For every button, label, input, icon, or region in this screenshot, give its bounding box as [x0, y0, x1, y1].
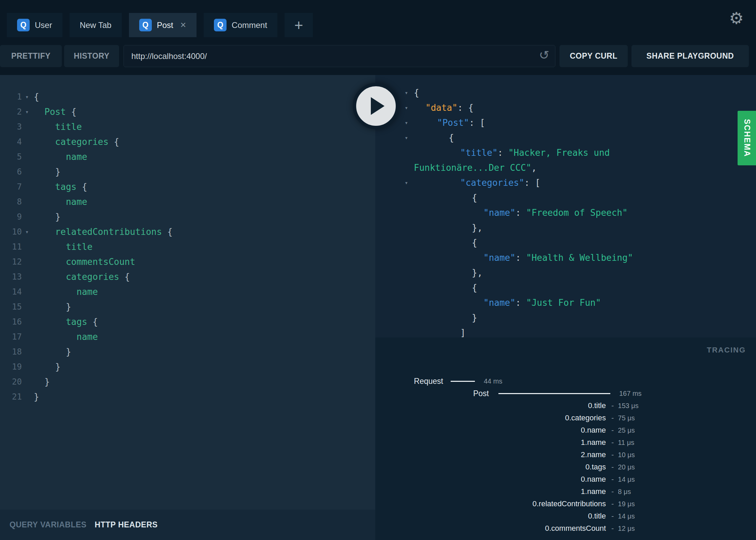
tracing-duration: 14 μs	[618, 476, 635, 483]
editor-line[interactable]: 12 commentsCount	[0, 254, 375, 269]
tab-post[interactable]: QPost✕	[129, 13, 197, 37]
variables-bar: QUERY VARIABLES HTTP HEADERS	[0, 510, 375, 540]
line-number: 18	[0, 344, 22, 359]
tracing-duration: 44 ms	[484, 377, 502, 385]
prettify-button[interactable]: PRETTIFY	[0, 45, 62, 67]
line-number: 2	[0, 104, 22, 119]
editor-line[interactable]: 1▾{	[0, 89, 375, 104]
editor-line[interactable]: 16 tags {	[0, 314, 375, 329]
collapse-arrow-icon[interactable]: ▾	[405, 115, 408, 130]
collapse-arrow-icon[interactable]: ▾	[405, 100, 408, 115]
tracing-label: 1.name	[375, 438, 606, 447]
editor-line[interactable]: 6 }	[0, 164, 375, 179]
editor-line[interactable]: 13 categories {	[0, 269, 375, 284]
response-line: ▾"categories": [	[375, 175, 756, 190]
tracing-row: 1.name-11 μs	[375, 436, 756, 449]
tracing-duration: 11 μs	[618, 439, 634, 447]
tracing-dash: -	[611, 414, 614, 422]
tracing-panel: TRACING Request44 msPost167 ms0.title-15…	[375, 338, 756, 540]
gutter-spacer	[22, 374, 32, 389]
editor-line[interactable]: 7 tags {	[0, 179, 375, 194]
tabs-container: QUserNew TabQPost✕QComment	[7, 13, 285, 37]
response-line: ▾{	[375, 130, 756, 145]
response-line: {	[375, 190, 756, 205]
close-tab-icon[interactable]: ✕	[180, 21, 186, 30]
settings-gear-icon[interactable]: ⚙	[729, 10, 744, 27]
play-icon	[371, 97, 384, 115]
editor-line[interactable]: 5 name	[0, 149, 375, 164]
code-text: }	[32, 344, 71, 359]
editor-line[interactable]: 14 name	[0, 284, 375, 299]
line-number: 6	[0, 164, 22, 179]
tracing-label: 0.categories	[375, 414, 606, 422]
tracing-duration-bar	[451, 381, 475, 382]
query-type-icon: Q	[214, 19, 227, 31]
editor-line[interactable]: 18 }	[0, 344, 375, 359]
code-text: categories {	[32, 269, 130, 284]
history-button[interactable]: HISTORY	[64, 45, 119, 67]
tracing-dash: -	[611, 438, 614, 447]
editor-line[interactable]: 17 name	[0, 329, 375, 344]
tracing-row: 1.name-8 μs	[375, 485, 756, 498]
tab-new-tab[interactable]: New Tab	[70, 13, 122, 37]
code-text: }	[32, 359, 60, 374]
editor-line[interactable]: 3 title	[0, 119, 375, 134]
gutter-spacer	[22, 329, 32, 344]
response-json: ▾{▾"data": {▾"Post": [▾{"title": "Hacker…	[375, 75, 756, 338]
query-editor-pane[interactable]: 1▾{2▾ Post {3 title4 categories {5 name6…	[0, 75, 375, 540]
editor-line[interactable]: 21}	[0, 389, 375, 404]
collapse-arrow-icon[interactable]: ▾	[22, 104, 32, 119]
line-number: 16	[0, 314, 22, 329]
editor-line[interactable]: 15 }	[0, 299, 375, 314]
editor-line[interactable]: 10▾ relatedContributions {	[0, 224, 375, 239]
query-editor[interactable]: 1▾{2▾ Post {3 title4 categories {5 name6…	[0, 75, 375, 404]
code-text: }	[32, 389, 39, 404]
response-pane: ▾{▾"data": {▾"Post": [▾{"title": "Hacker…	[375, 75, 756, 338]
editor-line[interactable]: 11 title	[0, 239, 375, 254]
gutter-spacer	[22, 269, 32, 284]
gutter-spacer	[22, 299, 32, 314]
editor-line[interactable]: 20 }	[0, 374, 375, 389]
editor-line[interactable]: 9 }	[0, 209, 375, 224]
tab-comment[interactable]: QComment	[204, 13, 277, 37]
code-text: }	[32, 299, 71, 314]
code-text: }	[32, 164, 60, 179]
copy-curl-button[interactable]: COPY CURL	[559, 45, 628, 67]
tracing-dash: -	[611, 463, 614, 471]
new-tab-button[interactable]: +	[285, 13, 313, 37]
execute-query-button[interactable]	[353, 83, 399, 129]
editor-line[interactable]: 4 categories {	[0, 134, 375, 149]
line-number: 11	[0, 239, 22, 254]
collapse-arrow-icon[interactable]: ▾	[405, 175, 408, 190]
query-variables-tab[interactable]: QUERY VARIABLES	[10, 520, 87, 529]
editor-line[interactable]: 8 name	[0, 194, 375, 209]
tab-user[interactable]: QUser	[7, 13, 62, 37]
code-text: tags {	[32, 314, 98, 329]
code-text: name	[32, 329, 98, 344]
collapse-arrow-icon[interactable]: ▾	[405, 130, 408, 145]
collapse-arrow-icon[interactable]: ▾	[22, 224, 32, 239]
code-text: categories {	[32, 134, 119, 149]
collapse-arrow-icon[interactable]: ▾	[22, 89, 32, 104]
tab-bar: QUserNew TabQPost✕QComment + ⚙	[0, 0, 756, 37]
collapse-arrow-icon[interactable]: ▾	[405, 85, 408, 100]
gutter-spacer	[22, 284, 32, 299]
reload-schema-icon[interactable]: ↺	[539, 49, 549, 61]
tracing-rows: Request44 msPost167 ms0.title-153 μs0.ca…	[375, 338, 756, 535]
response-line: }	[375, 310, 756, 325]
editor-line[interactable]: 19 }	[0, 359, 375, 374]
line-number: 9	[0, 209, 22, 224]
response-line: },	[375, 220, 756, 235]
schema-side-tab[interactable]: SCHEMA	[738, 111, 756, 165]
http-headers-tab[interactable]: HTTP HEADERS	[95, 520, 158, 529]
endpoint-url-input[interactable]	[123, 45, 555, 67]
tracing-duration: 25 μs	[618, 426, 635, 434]
line-number: 7	[0, 179, 22, 194]
line-number: 21	[0, 389, 22, 404]
code-text: commentsCount	[32, 254, 135, 269]
share-playground-button[interactable]: SHARE PLAYGROUND	[631, 45, 749, 67]
line-number: 5	[0, 149, 22, 164]
tracing-label: 0.name	[375, 426, 606, 435]
gutter-spacer	[22, 389, 32, 404]
editor-line[interactable]: 2▾ Post {	[0, 104, 375, 119]
